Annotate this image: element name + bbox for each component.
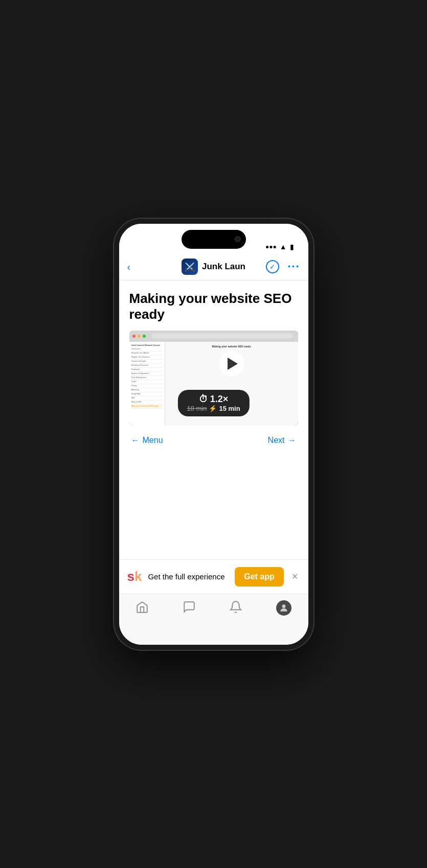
browser-sidebar: Junk Launch Ultimate Course Introduction…: [129, 342, 165, 426]
sidebar-item: Systems & Operations: [131, 372, 163, 376]
next-label: Next: [268, 436, 285, 445]
browser-url-bar: [152, 334, 293, 339]
sidebar-item: Introduction: [131, 347, 163, 351]
signal-icon: ●●●: [265, 243, 277, 250]
tab-profile[interactable]: [276, 600, 291, 616]
menu-button[interactable]: ← Menu: [131, 436, 163, 445]
app-icon: ⚔️: [182, 259, 198, 275]
sidebar-item: Marketing: [131, 388, 163, 392]
browser-toolbar: [129, 331, 298, 342]
play-button-inner[interactable]: [219, 351, 244, 377]
wifi-icon: ▲: [280, 243, 287, 251]
nav-bar: ‹ ⚔️ Junk Laun ✓ ···: [119, 254, 308, 280]
page-title: Making your website SEO ready: [129, 291, 298, 322]
sidebar-item: Google Ads: [131, 392, 163, 396]
close-banner-button[interactable]: ×: [290, 569, 300, 584]
lightning-icon: ⚡: [209, 405, 217, 412]
sidebar-item: Branding & Presence: [131, 364, 163, 368]
new-time: 15 min: [219, 405, 240, 412]
speed-value-display: ⏱ 1.2×: [187, 394, 240, 405]
menu-label: Menu: [143, 436, 163, 445]
browser-close-dot: [132, 335, 136, 338]
bell-icon: [229, 600, 242, 617]
phone-frame: ●●● ▲ ▮ ‹ ⚔️ Junk Laun ✓ ··· Making your…: [114, 219, 313, 650]
sidebar-item: Research Your Market: [131, 351, 163, 356]
tab-bar: [119, 594, 308, 645]
lesson-title-browser: Making your website SEO ready: [212, 345, 251, 348]
next-arrow-right-icon: →: [288, 436, 296, 445]
speed-overlay: ⏱ 1.2× 18 min ⚡ 15 min: [177, 390, 249, 416]
browser-max-dot: [143, 335, 146, 338]
back-chevron-icon: ‹: [127, 261, 131, 273]
get-app-button[interactable]: Get app: [235, 567, 284, 587]
sidebar-item: Employees: [131, 368, 163, 372]
sidebar-item: Trucks: [131, 380, 163, 384]
menu-arrow-left-icon: ←: [131, 436, 140, 445]
sidebar-item: What is SEO: [131, 401, 163, 405]
status-bar-icons: ●●● ▲ ▮: [265, 243, 294, 251]
camera-dot: [235, 236, 241, 242]
back-button[interactable]: ‹: [127, 261, 171, 273]
nav-buttons: ← Menu Next →: [129, 436, 298, 445]
sidebar-item: Register Your Business: [131, 356, 163, 360]
nav-title: Junk Laun: [202, 262, 245, 272]
speed-timer-display: 18 min ⚡ 15 min: [187, 405, 240, 412]
sidebar-item: Pricing: [131, 384, 163, 388]
tab-home[interactable]: [136, 600, 149, 617]
course-title: Junk Launch Ultimate Course: [131, 344, 163, 346]
nav-title-area: ⚔️ Junk Laun: [170, 259, 257, 275]
video-container[interactable]: Junk Launch Ultimate Course Introduction…: [129, 331, 298, 426]
sidebar-item-list: Introduction Research Your Market Regist…: [131, 347, 163, 409]
home-icon: [136, 600, 149, 617]
checkmark-icon[interactable]: ✓: [266, 260, 279, 273]
next-button[interactable]: Next →: [268, 436, 296, 445]
browser-min-dot: [138, 335, 141, 338]
tab-notifications[interactable]: [229, 600, 242, 617]
dynamic-island: [182, 230, 246, 249]
app-icon-emoji: ⚔️: [185, 262, 195, 272]
speed-number: 1.2×: [210, 394, 229, 405]
bottom-banner: sk Get the full experience Get app ×: [119, 559, 308, 594]
sk-logo: sk: [127, 569, 142, 584]
tab-chat[interactable]: [183, 600, 196, 617]
svg-point-0: [282, 604, 285, 608]
profile-avatar: [276, 600, 291, 616]
banner-text: Get the full experience: [148, 572, 229, 581]
nav-right-icons: ✓ ···: [257, 260, 300, 273]
speed-gauge-icon: ⏱: [199, 394, 208, 405]
chat-icon: [183, 600, 196, 617]
sidebar-item: Tools & Equipment: [131, 376, 163, 380]
main-content: Making your website SEO ready Junk Launc…: [119, 280, 308, 594]
sidebar-item-active: Making your website SEO ready: [131, 405, 163, 409]
sidebar-item: Insurance & Legal: [131, 360, 163, 364]
play-triangle-icon: [228, 358, 238, 370]
more-icon[interactable]: ···: [287, 260, 300, 273]
battery-icon: ▮: [290, 243, 294, 251]
original-time: 18 min: [187, 405, 207, 412]
sidebar-item: SEO: [131, 396, 163, 401]
